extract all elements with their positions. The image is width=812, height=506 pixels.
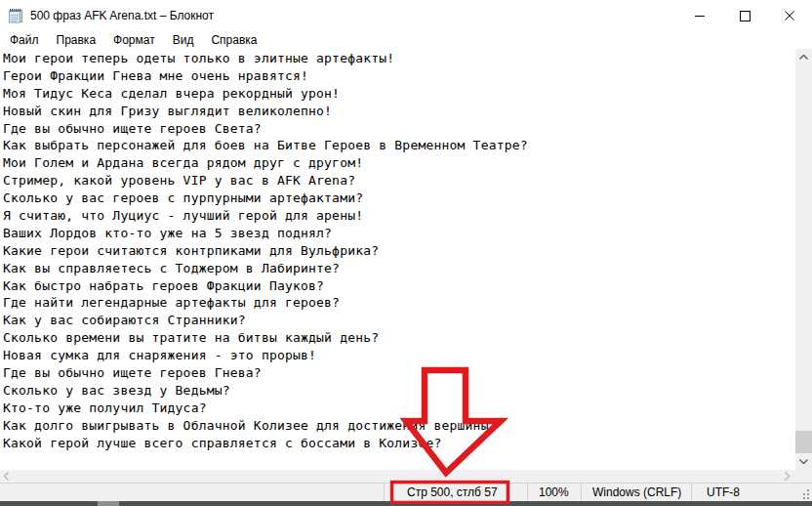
text-line: Какой герой лучше всего справляется с бо… [3,435,795,452]
close-icon [785,11,794,21]
text-line: Сколько у вас звезд у Ведьмы? [3,382,795,400]
text-line: Сколько времени вы тратите на битвы кажд… [3,329,795,347]
close-button[interactable] [767,0,812,31]
text-line: Где вы обычно ищете героев Света? [3,120,795,138]
text-line: Как выбрать персонажей для боев на Битве… [3,137,795,154]
vertical-scrollbar[interactable] [795,49,812,470]
menu-edit[interactable]: Правка [48,31,105,49]
status-separator [527,484,528,502]
text-line: Какие герои считаются контрпиками для Ву… [3,242,795,260]
text-line: Кто-то уже получил Тидуса? [3,400,795,417]
scroll-down-button[interactable] [795,453,812,470]
text-line: Герои Фракции Гнева мне очень нравятся! [3,67,795,85]
notepad-icon [8,8,23,23]
text-line: Мои герои теперь одеты только в элитные … [3,50,795,67]
text-line: Новая сумка для снаряжения - это прорыв! [3,347,795,364]
text-line: Мои Голем и Ардана всегда рядом друг с д… [3,154,795,172]
text-line: Стример, какой уровень VIP у вас в AFK A… [3,172,795,190]
minimize-button[interactable] [677,0,722,31]
taskbar-edge-notch [98,501,119,506]
scroll-up-button[interactable] [795,49,812,65]
menu-help[interactable]: Справка [202,31,265,49]
resize-grip-icon[interactable] [799,489,810,500]
text-line: Как вы справляетесь с Тоджером в Лабирин… [3,260,795,277]
cursor-position-status: Стр 500, стлб 57 [407,484,498,502]
scroll-left-button[interactable] [0,470,13,483]
menu-file[interactable]: Файл [1,31,48,49]
encoding-status: UTF-8 [707,484,740,502]
line-ending-status: Windows (CRLF) [592,484,681,502]
menu-view[interactable]: Вид [164,31,203,49]
status-separator [691,484,692,502]
menu-bar: Файл Правка Формат Вид Справка [0,31,812,50]
text-line: Как долго выигрывать в Облачной Колизее … [3,417,795,435]
text-line: Я считаю, что Луциус - лучший герой для … [3,207,795,225]
text-line: Ваших Лордов кто-то уже на 5 звезд подня… [3,225,795,242]
chevron-up-icon [799,55,808,60]
text-line: Новый скин для Гризу выглядит великолепн… [3,103,795,120]
zoom-level-status: 100% [539,484,569,502]
notepad-window: 500 фраз AFK Arena.txt – Блокнот Файл Пр… [0,0,812,506]
text-line: Сколько у вас героев с пурпурными артефа… [3,190,795,207]
text-line: Где найти легендарные артефакты для геро… [3,294,795,312]
text-line: Как быстро набрать героев Фракции Пауков… [3,277,795,295]
window-title: 500 фраз AFK Arena.txt – Блокнот [30,9,214,22]
minimize-icon [695,16,705,17]
taskbar-edge [0,501,812,506]
vertical-scrollbar-thumb[interactable] [795,431,812,453]
horizontal-scrollbar[interactable] [0,470,795,483]
text-line: Как у вас собираются Странники? [3,312,795,329]
caption-buttons [677,0,812,31]
maximize-icon [740,11,751,21]
chevron-down-icon [799,459,808,464]
status-bar: Стр 500, стлб 57 100% Windows (CRLF) UTF… [0,483,812,502]
status-separator [581,484,582,502]
scrollbar-corner [795,470,812,483]
text-line: Моя Тидус Кеса сделал вчера рекордный ур… [3,85,795,103]
chevron-right-icon [785,472,790,481]
menu-format[interactable]: Формат [104,31,164,49]
text-area[interactable]: Мои герои теперь одеты только в элитные … [0,49,795,471]
status-separator [384,484,385,502]
scroll-right-button[interactable] [781,470,793,483]
maximize-button[interactable] [722,0,767,31]
chevron-left-icon [4,472,9,481]
text-line: Где вы обычно ищете героев Гнева? [3,364,795,382]
title-bar: 500 фраз AFK Arena.txt – Блокнот [0,0,812,31]
